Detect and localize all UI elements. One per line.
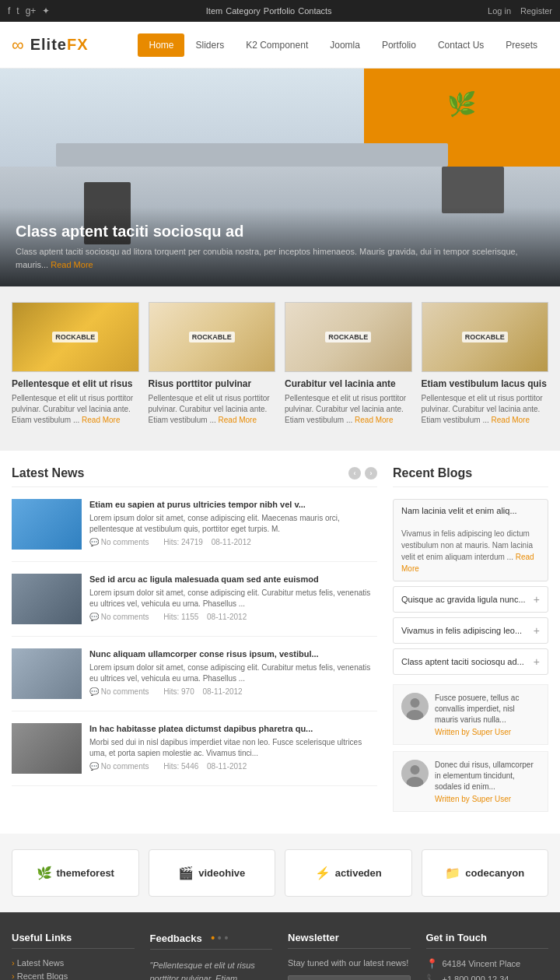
news-prev-btn[interactable]: ‹ [348,467,361,479]
blog-item-3-header[interactable]: Vivamus in felis adipiscing leo... + [394,618,548,643]
news-title-3[interactable]: Nunc aliquam ullamcorper conse risus ips… [89,648,377,659]
partner-videohive[interactable]: 🎬 videohive [149,849,276,897]
newsletter-text: Stay tuned with our latest news! [288,958,411,968]
main-nav: Home Sliders K2 Component Joomla Portfol… [138,33,548,57]
testimonial-text-2: Donec dui risus, ullamcorper in elementu… [435,760,540,803]
nav-home[interactable]: Home [138,33,184,57]
portfolio-item-1: ROCKABLE Pellentesque et elit ut risus P… [12,302,139,426]
portfolio-title-3: Curabitur vel lacinia ante [285,378,412,389]
portfolio-item-2: ROCKABLE Risus porttitor pulvinar Pellen… [149,302,276,426]
news-item-4: In hac habitasse platea dictumst dapibus… [12,723,377,786]
breadcrumb-portfolio[interactable]: Portfolio [264,6,295,16]
useful-link-2-anchor[interactable]: Recent Blogs [17,971,68,980]
themeforest-icon: 🌿 [37,866,52,880]
blog-item-3[interactable]: Vivamus in felis adipiscing leo... + [393,617,548,644]
testimonial-1: Fusce posuere, tellus ac convallis imper… [393,684,548,745]
portfolio-thumb-2[interactable]: ROCKABLE [149,302,276,372]
logo[interactable]: ∞ EliteFX [12,35,89,55]
nav-presets[interactable]: Presets [495,33,548,57]
news-content-1: Etiam eu sapien at purus ultricies tempo… [89,499,377,550]
nav-portfolio[interactable]: Portfolio [371,33,427,57]
news-title-1[interactable]: Etiam eu sapien at purus ultricies tempo… [89,499,377,510]
portfolio-thumb-1[interactable]: ROCKABLE [12,302,139,372]
partner-name-3: activeden [335,867,382,879]
news-next-btn[interactable]: › [365,467,377,479]
news-thumb-4 [12,723,82,774]
partner-codecanyon[interactable]: 📁 codecanyon [422,849,549,897]
partner-themeforest[interactable]: 🌿 themeforest [12,849,139,897]
news-hits-2: Hits: 1155 [163,613,198,621]
breadcrumb-category[interactable]: Category [226,6,261,16]
footer-newsletter: Newsletter Stay tuned with our latest ne… [288,932,411,980]
blog-item-1-header[interactable]: Nam lacinia velit et enim aliq... [394,500,548,522]
hero-title: Class aptent taciti sociosqu ad [16,223,544,241]
blog-item-2[interactable]: Quisque ac gravida ligula nunc... + [393,586,548,613]
portfolio-readmore-4[interactable]: Read More [492,416,530,424]
footer-feedbacks: Feedbacks • • • "Pellentesque et elit ut… [150,932,273,980]
portfolio-readmore-2[interactable]: Read More [219,416,257,424]
useful-link-1: Latest News [12,958,135,968]
portfolio-thumb-4[interactable]: ROCKABLE [422,302,549,372]
blog-item-2-title: Quisque ac gravida ligula nunc... [401,595,526,604]
news-item-3: Nunc aliquam ullamcorper conse risus ips… [12,648,377,711]
latest-news-col: Latest News ‹ › Etiam eu sapien at purus… [12,466,377,818]
svg-point-1 [411,698,420,708]
news-title-4[interactable]: In hac habitasse platea dictumst dapibus… [89,723,377,734]
logo-prefix: Elite [30,36,67,53]
blog-item-1-title: Nam lacinia velit et enim aliq... [401,506,517,515]
testimonial-2: Donec dui risus, ullamcorper in elementu… [393,751,548,812]
main-content: Latest News ‹ › Etiam eu sapien at purus… [0,451,560,834]
news-item-2: Sed id arcu ac ligula malesuada quam sed… [12,574,377,637]
blog-expand-2[interactable]: + [534,593,540,606]
news-hits-3: Hits: 970 [163,687,194,696]
footer-useful-links: Useful Links Latest News Recent Blogs Su… [12,932,135,980]
twitter-icon[interactable]: t [16,5,19,16]
nav-k2[interactable]: K2 Component [235,33,319,57]
news-date-1: 08-11-2012 [212,538,251,546]
useful-links-title: Useful Links [12,932,135,949]
blog-item-2-header[interactable]: Quisque ac gravida ligula nunc... + [394,587,548,612]
portfolio-title-1: Pellentesque et elit ut risus [12,378,139,389]
portfolio-grid: ROCKABLE Pellentesque et elit ut risus P… [12,302,548,426]
news-comments-4: 💬 No comments [89,762,155,771]
nav-contact[interactable]: Contact Us [427,33,495,57]
recent-blogs-col: Recent Blogs Nam lacinia velit et enim a… [393,466,548,818]
portfolio-readmore-3[interactable]: Read More [355,416,393,424]
recent-blogs-title: Recent Blogs [393,466,548,487]
login-link[interactable]: Log in [488,6,511,16]
portfolio-thumb-3[interactable]: ROCKABLE [285,302,412,372]
footer-grid: Useful Links Latest News Recent Blogs Su… [12,932,548,980]
news-content-2: Sed id arcu ac ligula malesuada quam sed… [89,574,377,624]
breadcrumb-contacts[interactable]: Contacts [298,6,331,16]
register-link[interactable]: Register [520,6,552,16]
blog-expand-3[interactable]: + [534,624,540,637]
news-date-2: 08-11-2012 [207,613,247,621]
nav-sliders[interactable]: Sliders [184,33,235,57]
nav-joomla[interactable]: Joomla [319,33,371,57]
blog-item-1[interactable]: Nam lacinia velit et enim aliq... Vivamu… [393,499,548,581]
hero-readmore[interactable]: Read More [51,260,93,269]
portfolio-readmore-1[interactable]: Read More [82,416,120,424]
useful-link-1-anchor[interactable]: Latest News [17,958,65,968]
news-item-1: Etiam eu sapien at purus ultricies tempo… [12,499,377,562]
partner-activeden[interactable]: ⚡ activeden [285,849,412,897]
testimonial-author-1: Written by Super User [435,728,540,736]
logo-icon: ∞ [12,35,24,55]
blog-item-4-header[interactable]: Class aptent taciti sociosqu ad... + [394,649,548,674]
news-title-2[interactable]: Sed id arcu ac ligula malesuada quam sed… [89,574,377,585]
blog-item-4[interactable]: Class aptent taciti sociosqu ad... + [393,648,548,675]
blog-expand-4[interactable]: + [534,655,540,668]
googleplus-icon[interactable]: g+ [26,5,37,16]
news-desc-2: Lorem ipsum dolor sit amet, conse adipis… [89,588,377,609]
phone-icon: 📞 [426,974,438,980]
facebook-icon[interactable]: f [8,5,10,16]
news-hits-1: Hits: 24719 [163,538,203,546]
address-icon: 📍 [426,958,438,969]
rss-icon[interactable]: ✦ [42,5,50,16]
header: ∞ EliteFX Home Sliders K2 Component Joom… [0,22,560,68]
newsletter-name-input[interactable] [288,975,411,980]
news-comments-2: 💬 No comments [89,613,155,621]
breadcrumb-item[interactable]: Item [206,6,222,16]
partners-section: 🌿 themeforest 🎬 videohive ⚡ activeden 📁 … [0,834,560,912]
feedback-text: "Pellentesque et elit ut risus porttitor… [150,959,273,980]
